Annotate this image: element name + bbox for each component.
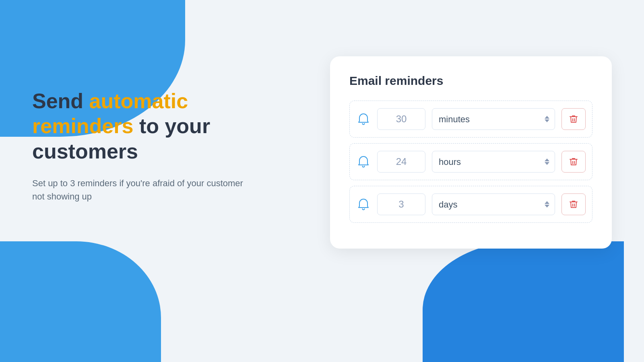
blob-bottom-left: [0, 241, 161, 362]
blob-bottom-right: [423, 241, 624, 362]
reminder-1-value[interactable]: [377, 108, 425, 130]
subtext: Set up to 3 reminders if you're afraid o…: [32, 177, 254, 203]
trash-icon-1: [569, 114, 578, 124]
bell-icon-2: [356, 154, 371, 169]
reminder-3-unit-wrapper: minutes hours days: [432, 193, 555, 215]
trash-icon-2: [569, 157, 578, 167]
trash-icon-3: [569, 200, 578, 209]
reminder-2-unit-select[interactable]: minutes hours days: [432, 151, 555, 173]
bell-icon-1: [356, 112, 371, 126]
reminder-row-2: minutes hours days: [349, 143, 592, 180]
reminder-1-unit-wrapper: minutes hours days: [432, 108, 555, 130]
card-title: Email reminders: [349, 74, 592, 88]
headline-part1: Send: [32, 89, 89, 113]
email-reminders-card: Email reminders minutes hours days: [330, 56, 612, 249]
reminder-2-value[interactable]: [377, 151, 425, 173]
reminder-3-unit-select[interactable]: minutes hours days: [432, 193, 555, 215]
left-panel: Send automatic reminders to your custome…: [32, 88, 254, 203]
reminder-row-3: minutes hours days: [349, 186, 592, 223]
reminder-3-delete-button[interactable]: [561, 193, 586, 215]
reminder-2-unit-wrapper: minutes hours days: [432, 151, 555, 173]
reminder-2-delete-button[interactable]: [561, 151, 586, 173]
bell-icon-3: [356, 197, 371, 212]
reminder-1-unit-select[interactable]: minutes hours days: [432, 108, 555, 130]
headline: Send automatic reminders to your custome…: [32, 88, 254, 164]
reminder-1-delete-button[interactable]: [561, 108, 586, 130]
reminder-3-value[interactable]: [377, 193, 425, 215]
reminder-row-1: minutes hours days: [349, 101, 592, 138]
